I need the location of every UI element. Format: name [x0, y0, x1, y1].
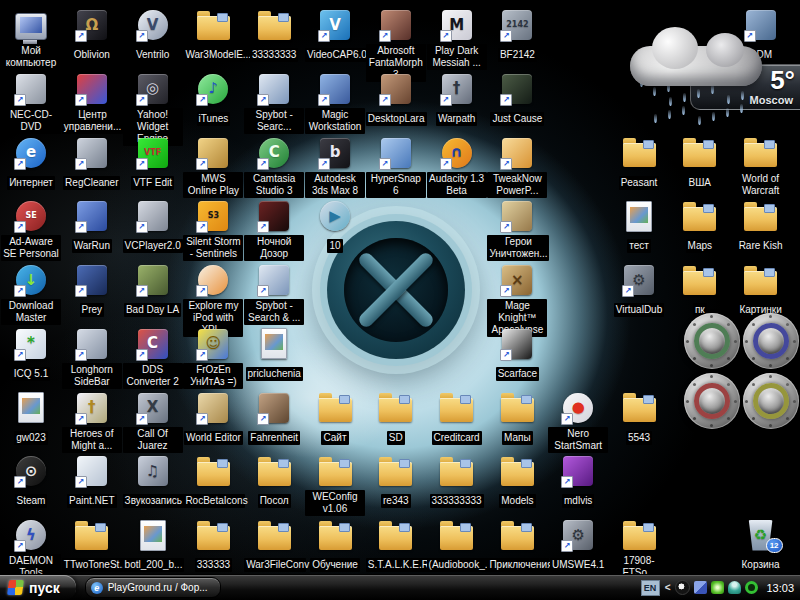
desktop-icon-интернет[interactable]: e↗Интернет [1, 136, 61, 190]
desktop-icon-33333333[interactable]: 33333333 [244, 8, 304, 62]
desktop-icon-мапы[interactable]: Мапы [487, 391, 547, 445]
desktop-icon-вша[interactable]: ВША [670, 136, 730, 190]
knob-olive[interactable] [743, 373, 799, 429]
desktop-icon-audiobook[interactable]: (Audiobook_... [427, 518, 487, 572]
desktop-icon-10[interactable]: ▶10 [305, 199, 365, 253]
start-button[interactable]: пуск [0, 575, 76, 600]
weather-widget[interactable]: 5° Moscow [628, 20, 800, 132]
desktop-icon-oblivion[interactable]: Ω↗Oblivion [62, 8, 122, 62]
desktop-icon-itunes[interactable]: ♪↗iTunes [183, 72, 243, 126]
desktop-icon-rare-kish[interactable]: Rare Kish [731, 199, 791, 253]
desktop-icon-just-cause[interactable]: ↗Just Cause [487, 72, 547, 126]
desktop-icon-regcleaner[interactable]: ↗RegCleaner [62, 136, 122, 190]
desktop-icon-models[interactable]: Models [487, 454, 547, 508]
desktop-icon-5543[interactable]: 5543 [609, 391, 669, 445]
taskbar-task-playground[interactable]: e PlayGround.ru / Фор... [85, 577, 221, 598]
desktop-icon-ad-aware-se-personal[interactable]: SE↗Ad-Aware SE Personal [1, 199, 61, 261]
desktop-icon-botl-200-b[interactable]: botl_200_b... [123, 518, 183, 572]
desktop-icon-camtasia-studio-3[interactable]: C↗Camtasia Studio 3 [244, 136, 304, 198]
desktop-icon-dds-converter-2[interactable]: C↗DDS Converter 2 [123, 327, 183, 389]
desktop-icon-корзина[interactable]: ♻12Корзина [731, 518, 791, 572]
desktop-icon-tweaknow-powerp[interactable]: ↗TweakNow PowerP... [487, 136, 547, 198]
desktop-icon-ttwotonest[interactable]: TTwoToneSt... [62, 518, 122, 572]
desktop-icon-центр-управлени[interactable]: ↗Центр управлени... [62, 72, 122, 134]
desktop-icon-virtualdub[interactable]: ⚙↗VirtualDub [609, 263, 669, 317]
desktop-icon-sd[interactable]: SD [366, 391, 426, 445]
desktop-icon-audacity-1-3-beta[interactable]: ∩↗Audacity 1.3 Beta [427, 136, 487, 198]
desktop-icon-bf2142[interactable]: 2142↗BF2142 [487, 8, 547, 62]
desktop-icon-world-of-warcraft[interactable]: World of Warcraft [731, 136, 791, 198]
desktop-icon-mdlvis[interactable]: ↗mdlvis [548, 454, 608, 508]
daemon-tray-icon[interactable] [711, 581, 724, 594]
knob-green[interactable] [684, 313, 740, 369]
desktop-icon-call-of-juarez[interactable]: X↗Call Of Juarez [123, 391, 183, 453]
desktop-icon-333333333[interactable]: 333333333 [427, 454, 487, 508]
desktop-icon-rocbetaicons[interactable]: RocBetaIcons [183, 454, 243, 508]
desktop-icon-umswe4-1[interactable]: ⚙↗UMSWE4.1 [548, 518, 608, 572]
desktop-icon-war3modele[interactable]: War3ModelE... [183, 8, 243, 62]
desktop-icon-prey[interactable]: ↗Prey [62, 263, 122, 317]
desktop-icon-peasant[interactable]: Peasant [609, 136, 669, 190]
desktop-icon-мой-компьютер[interactable]: Мой компьютер [1, 8, 61, 70]
desktop-icon-ventrilo[interactable]: V↗Ventrilo [123, 8, 183, 62]
desktop-icon-nero-startsmart[interactable]: ●↗Nero StartSmart [548, 391, 608, 453]
desktop-icon-scarface[interactable]: ↗Scarface [487, 327, 547, 381]
desktop-icon-fahrenheit[interactable]: ↗Fahrenheit [244, 391, 304, 445]
desktop-icon-сайт[interactable]: Сайт [305, 391, 365, 445]
desktop-icon-ночной-дозор[interactable]: ↗Ночной Дозор [244, 199, 304, 261]
desktop-icon-pricluchenia[interactable]: pricluchenia [244, 327, 304, 381]
desktop-icon-magic-workstation[interactable]: ↗Magic Workstation [305, 72, 365, 134]
desktop-icon-heroes-of-might-a[interactable]: †↗Heroes of Might a... [62, 391, 122, 453]
desktop-icon-герои-уничтожен[interactable]: ↗Герои Уничтожен... [487, 199, 547, 261]
desktop-icon-paint-net[interactable]: ↗Paint.NET [62, 454, 122, 508]
desktop-icon-vtf-edit[interactable]: VTF↗VTF Edit [123, 136, 183, 190]
desktop-icon-mws-online-play[interactable]: ↗MWS Online Play [183, 136, 243, 198]
desktop-icon-creditcard[interactable]: Creditcard [427, 391, 487, 445]
desktop-icon-spybot-searc[interactable]: ↗Spybot - Searc... [244, 72, 304, 134]
desktop-icon-пк[interactable]: пк [670, 263, 730, 317]
desktop-icon-daemon-tools[interactable]: ϟ↗DAEMON Tools [1, 518, 61, 580]
desktop-icon-bad-day-la[interactable]: ↗Bad Day LA [123, 263, 183, 317]
desktop-icon-обучение[interactable]: Обучение [305, 518, 365, 572]
desktop-icon-warpath[interactable]: †↗Warpath [427, 72, 487, 126]
language-indicator[interactable]: EN [641, 580, 660, 596]
desktop-icon-desktoplara[interactable]: ↗DesktopLara [366, 72, 426, 126]
desktop-icon-silent-storm-sentinels[interactable]: S3↗Silent Storm - Sentinels [183, 199, 243, 261]
desktop-icon-посол[interactable]: Посол [244, 454, 304, 508]
desktop-icon-warrun[interactable]: ↗WarRun [62, 199, 122, 253]
desktop-icon-weconfig-v1-06[interactable]: WEConfig v1.06 [305, 454, 365, 516]
desktop-icon-картинки[interactable]: Картинки [731, 263, 791, 317]
status-tray-icon[interactable] [745, 581, 758, 594]
desktop-icon-steam[interactable]: ⊙↗Steam [1, 454, 61, 508]
tray-collapse-icon[interactable]: < [665, 582, 671, 593]
desktop-icon-тест[interactable]: тест [609, 199, 669, 253]
desktop[interactable]: Мой компьютерΩ↗OblivionV↗VentriloWar3Mod… [0, 0, 800, 575]
desktop-icon-world-editor[interactable]: ↗World Editor [183, 391, 243, 445]
desktop-icon-war3fileconv[interactable]: War3FileConv [244, 518, 304, 572]
desktop-icon-hypersnap-6[interactable]: ↗HyperSnap 6 [366, 136, 426, 198]
desktop-icon-videocap6-0[interactable]: V↗VideoCAP6.0 [305, 8, 365, 62]
icq-tray-icon[interactable] [728, 581, 741, 594]
desktop-icon-longhorn-sidebar[interactable]: ↗Longhorn SideBar [62, 327, 122, 389]
desktop-icon-maps[interactable]: Maps [670, 199, 730, 253]
knob-blue[interactable] [743, 313, 799, 369]
desktop-icon-nec-cd-dvd[interactable]: ↗NEC-CD-DVD [1, 72, 61, 134]
desktop-icon-download-master[interactable]: ↓↗Download Master [1, 263, 61, 325]
desktop-icon-gw023[interactable]: gw023 [1, 391, 61, 445]
desktop-icon-re343[interactable]: re343 [366, 454, 426, 508]
desktop-icon-spybot-search[interactable]: ↗Spybot - Search & ... [244, 263, 304, 325]
desktop-icon-s-t-a-l-k-e-r[interactable]: S.T.A.L.K.E.R [366, 518, 426, 572]
desktop-icon-play-dark-messiah[interactable]: M↗Play Dark Messiah ... [427, 8, 487, 70]
desktop-icon-приключения[interactable]: Приключения [487, 518, 547, 572]
desktop-icon-17908-ftso[interactable]: 17908-FTSo... [609, 518, 669, 580]
desktop-icon-frozen-унитаз[interactable]: ☺↗FrOzEn УнИтАз =) [183, 327, 243, 389]
desktop-icon-333333[interactable]: 333333 [183, 518, 243, 572]
knob-red[interactable] [684, 373, 740, 429]
desktop-icon-icq-5-1[interactable]: *↗ICQ 5.1 [1, 327, 61, 381]
clock[interactable]: 13:03 [766, 582, 794, 594]
desktop-icon-звукозапись[interactable]: ♫Звукозапись [123, 454, 183, 508]
steam-tray-icon[interactable] [675, 580, 690, 595]
desktop-icon-autodesk-3ds-max-8[interactable]: b↗Autodesk 3ds Max 8 [305, 136, 365, 198]
desktop-icon-vcplayer2-0[interactable]: ↗VCPlayer2.0 [123, 199, 183, 253]
network-tray-icon[interactable] [694, 581, 707, 594]
